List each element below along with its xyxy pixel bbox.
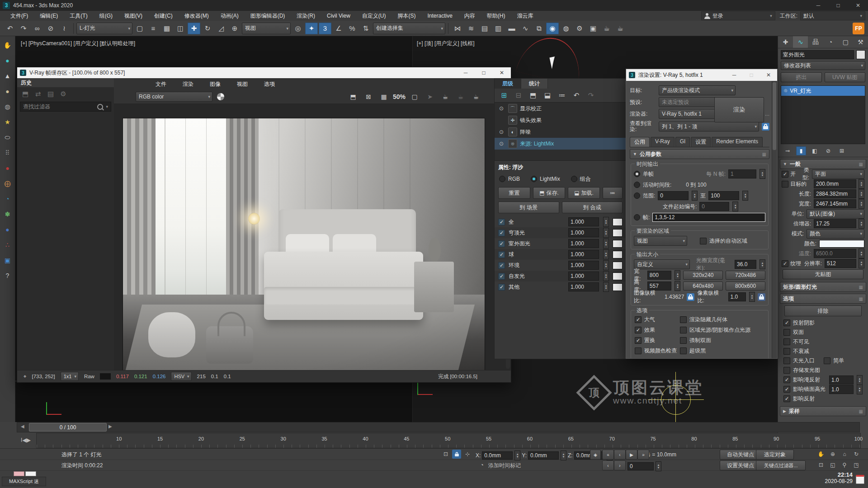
- curve-editor-icon[interactable]: ∿: [519, 23, 532, 34]
- sphere-tool-icon[interactable]: ●: [2, 86, 13, 97]
- go-to-start-button[interactable]: «: [602, 450, 614, 460]
- every-n-field[interactable]: 1: [728, 169, 756, 178]
- orbit-view-icon[interactable]: ↻: [852, 450, 861, 459]
- light-multiplier[interactable]: 1.000: [568, 228, 599, 237]
- object-color-swatch[interactable]: [856, 50, 865, 59]
- composite-radio[interactable]: [571, 176, 577, 182]
- grid-tool-icon[interactable]: ⠿: [2, 147, 13, 158]
- align-icon[interactable]: ≋: [465, 23, 477, 34]
- show-end-result-icon[interactable]: ▮: [796, 146, 806, 155]
- light-checkbox[interactable]: [498, 240, 505, 247]
- close-button[interactable]: ✕: [848, 0, 868, 11]
- render-iterative-icon[interactable]: ☕: [614, 23, 627, 34]
- torus-tool-icon[interactable]: ◍: [2, 101, 13, 112]
- extra-checkbox[interactable]: [824, 357, 830, 364]
- light-checkbox[interactable]: [498, 230, 505, 236]
- extrude-button[interactable]: 挤出: [781, 72, 822, 82]
- eye-icon[interactable]: ⊙: [497, 129, 505, 135]
- range-to-field[interactable]: 100: [708, 191, 739, 200]
- stack-item-vr-light[interactable]: ⌾ VR_灯光: [781, 86, 865, 96]
- ribbon-icon[interactable]: ▬: [505, 23, 518, 34]
- load-layers-icon[interactable]: ⬓: [542, 89, 553, 101]
- follow-mouse-icon[interactable]: ➤: [424, 91, 436, 102]
- compact-material-editor-icon[interactable]: ◍: [560, 23, 572, 34]
- pan-tool-icon[interactable]: ✋: [2, 40, 13, 51]
- x-coord-field[interactable]: 0.0mm: [482, 451, 513, 460]
- workspace-dropdown[interactable]: 默认▾: [800, 11, 865, 20]
- light-checkbox[interactable]: [498, 262, 505, 269]
- select-and-manipulate-icon[interactable]: ✦: [305, 23, 318, 34]
- zoom-view-icon[interactable]: ⊕: [828, 450, 837, 459]
- rgb-radio[interactable]: [499, 176, 505, 182]
- go-to-end-button[interactable]: »: [637, 450, 649, 460]
- option-checkbox[interactable]: [680, 337, 687, 344]
- option-checkbox[interactable]: [783, 338, 790, 345]
- light-checkbox[interactable]: [498, 219, 505, 225]
- option-checkbox[interactable]: [783, 376, 790, 383]
- tab-stats[interactable]: 统计: [521, 79, 548, 89]
- option-value-field[interactable]: 1.0: [829, 385, 854, 394]
- add-layer-icon[interactable]: ⊞: [498, 89, 510, 101]
- preset-720x486-button[interactable]: 720x486: [726, 271, 765, 280]
- camera-viewport-label[interactable]: [+] [PhysCamera001] [用户定义] [默认明暗处理]: [21, 40, 135, 47]
- top-viewport-label[interactable]: [+] [顶] [用户定义] [线框]: [417, 40, 475, 47]
- texture-checkbox[interactable]: [782, 260, 788, 267]
- add-time-tag[interactable]: 添加时间标记: [488, 462, 521, 469]
- red-drop-tool-icon[interactable]: ●: [2, 163, 13, 174]
- spinner[interactable]: ▲▼: [603, 217, 609, 227]
- minimize-button[interactable]: ─: [808, 0, 828, 11]
- sampling-rollout[interactable]: ▶采样▦: [780, 406, 866, 416]
- unlink-selection-icon[interactable]: ⊘: [44, 23, 57, 34]
- width-field[interactable]: 2467.145mm: [814, 199, 856, 208]
- option-checkbox[interactable]: [635, 337, 642, 344]
- fit-to-window-icon[interactable]: ▢: [409, 91, 420, 102]
- window-crossing-icon[interactable]: ◫: [174, 23, 187, 34]
- selected-object-dropdown[interactable]: 选定对象: [756, 450, 794, 460]
- maximize-viewport-icon[interactable]: ◳: [852, 460, 861, 469]
- prev-key-button[interactable]: ‹: [602, 460, 614, 470]
- common-params-rollout[interactable]: ▼公用参数▦: [630, 149, 769, 159]
- make-unique-icon[interactable]: ◧: [810, 146, 820, 155]
- menu-item[interactable]: Civil View: [321, 11, 356, 21]
- render-dialog-tab[interactable]: GI: [675, 137, 690, 147]
- option-checkbox[interactable]: [635, 316, 642, 323]
- option-checkbox[interactable]: [783, 348, 790, 355]
- select-and-place-icon[interactable]: ⊕: [228, 23, 241, 34]
- light-color-swatch[interactable]: [613, 218, 623, 226]
- use-pivot-center-icon[interactable]: ◎: [292, 23, 304, 34]
- selection-lock-icon[interactable]: [452, 450, 461, 459]
- length-field[interactable]: 2884.382mm: [814, 189, 856, 198]
- select-and-move-icon[interactable]: ✚: [188, 23, 200, 34]
- absolute-transform-icon[interactable]: ⊹: [463, 450, 472, 459]
- option-checkbox[interactable]: [783, 319, 790, 326]
- load-button[interactable]: ⬓加载.: [568, 187, 600, 199]
- list-button[interactable]: ≔: [603, 187, 623, 199]
- layer-tree-row[interactable]: ⊙ ⌾ 来源: LightMix: [495, 138, 626, 150]
- aperture-field[interactable]: 36.0: [735, 260, 756, 269]
- render-dialog-tab[interactable]: 设置: [691, 137, 711, 147]
- snaps-toggle-icon[interactable]: 3: [319, 23, 331, 34]
- light-color-swatch[interactable]: [613, 229, 623, 237]
- option-checkbox[interactable]: [680, 327, 687, 333]
- undo-icon[interactable]: ↶: [4, 23, 16, 34]
- history-compare-icon[interactable]: ⇄: [33, 89, 43, 99]
- axe-tool-icon[interactable]: ⨁: [2, 178, 13, 189]
- option-checkbox[interactable]: [635, 327, 642, 333]
- fp-plugin-button[interactable]: FP: [853, 23, 864, 34]
- menu-item[interactable]: 帮助(H): [481, 11, 511, 21]
- cone-tool-icon[interactable]: ▲: [2, 70, 13, 81]
- next-key-button[interactable]: ›: [614, 460, 626, 470]
- option-checkbox[interactable]: [783, 367, 790, 374]
- star-tool-icon[interactable]: ★: [2, 117, 13, 127]
- vfb-menu-item[interactable]: 渲染: [183, 79, 193, 89]
- menu-item[interactable]: Interactive: [421, 11, 458, 21]
- spinner[interactable]: ▲▼: [603, 282, 609, 292]
- material-editor-icon[interactable]: ◉: [546, 23, 559, 34]
- menu-item[interactable]: 工具(T): [64, 11, 93, 21]
- key-filters-button[interactable]: 关键点过滤器...: [756, 460, 806, 470]
- history-save-icon[interactable]: ⬒: [20, 89, 31, 99]
- dialog-minimize-button[interactable]: ─: [726, 69, 743, 81]
- light-checkbox[interactable]: [498, 251, 505, 258]
- save-button[interactable]: ⬒保存.: [533, 187, 565, 199]
- temperature-field[interactable]: 6500.0: [814, 249, 856, 258]
